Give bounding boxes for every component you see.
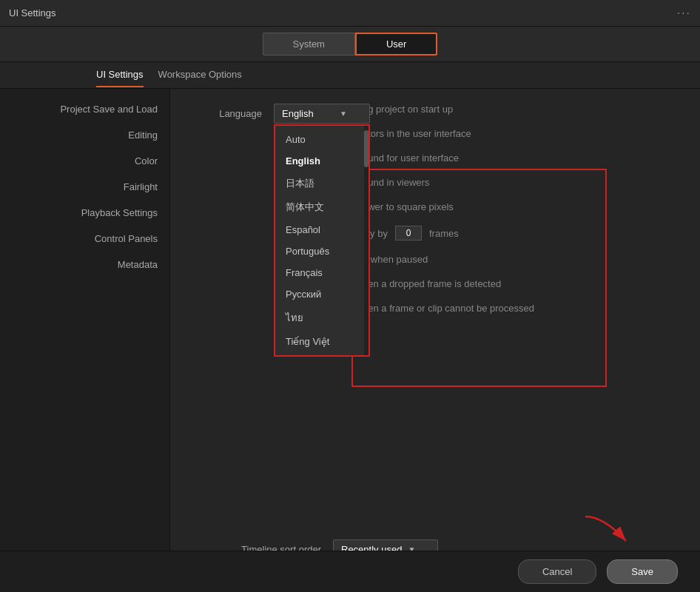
bottom-bar: Cancel Save	[0, 551, 700, 592]
sidebar-item-control-panels[interactable]: Control Panels	[0, 226, 169, 252]
subtab-bar: UI Settings Workspace Options	[0, 62, 700, 89]
sidebar-item-playback-settings[interactable]: Playback Settings	[0, 200, 169, 226]
language-selected-value: English	[282, 108, 314, 119]
frames-input[interactable]	[395, 226, 422, 240]
language-option-chinese[interactable]: 简体中文	[275, 195, 368, 219]
settings-content: ng project on start up ators in the user…	[363, 104, 685, 327]
language-dropdown-list: Auto English 日本語 简体中文 Español Português …	[274, 124, 370, 357]
sidebar-item-fairlight[interactable]: Fairlight	[0, 174, 169, 200]
language-option-english[interactable]: English	[275, 150, 368, 172]
content-area: ng project on start up ators in the user…	[170, 89, 700, 574]
language-option-vietnamese[interactable]: Tiếng Việt	[275, 331, 368, 352]
sidebar: Project Save and Load Editing Color Fair…	[0, 89, 170, 574]
language-option-thai[interactable]: ไทย	[275, 305, 368, 331]
language-option-spanish[interactable]: Español	[275, 219, 368, 240]
cancel-button[interactable]: Cancel	[518, 559, 596, 584]
window-title: UI Settings	[9, 7, 56, 18]
language-option-russian[interactable]: Русский	[275, 283, 368, 305]
sidebar-item-editing[interactable]: Editing	[0, 122, 169, 148]
title-bar: UI Settings ···	[0, 0, 700, 27]
sidebar-item-project-save-load[interactable]: Project Save and Load	[0, 96, 169, 122]
subtab-workspace-options[interactable]: Workspace Options	[158, 63, 242, 87]
tab-row: System User	[0, 27, 700, 62]
language-option-portuguese[interactable]: Português	[275, 240, 368, 262]
dropdown-arrow-icon: ▼	[340, 110, 347, 118]
save-button[interactable]: Save	[607, 559, 678, 584]
language-option-auto[interactable]: Auto	[275, 129, 368, 150]
main-layout: Project Save and Load Editing Color Fair…	[0, 89, 700, 574]
sidebar-item-color[interactable]: Color	[0, 148, 169, 174]
dropdown-scrollbar[interactable]	[364, 126, 368, 355]
language-option-french[interactable]: Français	[275, 262, 368, 283]
language-dropdown-selected[interactable]: English ▼	[274, 104, 370, 124]
tab-user[interactable]: User	[355, 33, 437, 56]
language-row: Language English ▼ Auto English 日本語 简体中文…	[185, 104, 370, 124]
subtab-ui-settings[interactable]: UI Settings	[96, 63, 144, 87]
language-option-japanese[interactable]: 日本語	[275, 172, 368, 195]
dropdown-scrollthumb	[364, 130, 368, 167]
arrow-indicator	[582, 513, 633, 546]
language-dropdown-wrapper: English ▼ Auto English 日本語 简体中文 Español …	[274, 104, 370, 124]
language-label: Language	[185, 104, 274, 119]
window-menu-dots[interactable]: ···	[677, 7, 691, 20]
sidebar-item-metadata[interactable]: Metadata	[0, 252, 169, 278]
tab-system[interactable]: System	[263, 33, 355, 56]
